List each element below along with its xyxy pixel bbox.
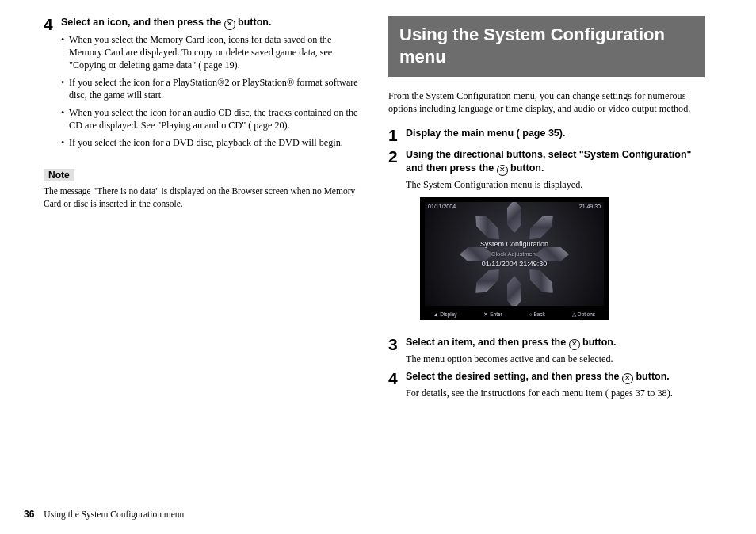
step-body: Display the main menu ( page 35). <box>406 127 705 143</box>
screenshot-center-text: System Configuration Clock Adjustment 01… <box>480 239 548 269</box>
config-menu-screenshot: 01/11/2004 21:49:30 System Configuration <box>420 197 609 320</box>
step-body: Using the directional buttons, select "S… <box>406 148 705 331</box>
hint-back-label: Back <box>533 311 544 317</box>
x-button-icon: ✕ <box>224 19 235 30</box>
bullet-list: When you select the Memory Card icon, ic… <box>61 33 365 150</box>
right-step-4: 4 Select the desired setting, and then p… <box>388 370 705 399</box>
left-column: 4 Select an icon, and then press the ✕ b… <box>44 16 365 483</box>
note-label: Note <box>44 169 74 181</box>
step-desc: The menu option becomes active and can b… <box>406 353 705 365</box>
right-step-3: 3 Select an item, and then press the ✕ b… <box>388 336 705 365</box>
note-block: Note The message "There is no data" is d… <box>44 158 365 210</box>
bullet-item: When you select the Memory Card icon, ic… <box>61 33 365 72</box>
bullet-item: If you select the icon for a DVD disc, p… <box>61 136 365 149</box>
screenshot-inner: 01/11/2004 21:49:30 System Configuration <box>425 202 604 306</box>
screenshot-hints: ▲ Display ✕ Enter ○ Back △ Options <box>420 311 609 318</box>
left-step-4: 4 Select an icon, and then press the ✕ b… <box>44 16 365 153</box>
right-step-2: 2 Using the directional buttons, select … <box>388 148 705 331</box>
step-number: 4 <box>388 370 406 399</box>
bullet-item: When you select the icon for an audio CD… <box>61 106 365 132</box>
hint-options: △ Options <box>572 311 595 318</box>
step-title: Select an icon, and then press the ✕ but… <box>61 16 365 30</box>
step-number: 1 <box>388 127 406 143</box>
title-text-a: Select the desired setting, and then pre… <box>406 371 622 382</box>
note-text: The message "There is no data" is displa… <box>44 185 365 210</box>
right-column: Using the System Configuration menu From… <box>388 16 705 483</box>
section-intro: From the System Configuration menu, you … <box>388 90 705 116</box>
title-text-b: button. <box>235 17 272 28</box>
step-title: Display the main menu ( page 35). <box>406 127 705 141</box>
step-title: Using the directional buttons, select "S… <box>406 148 705 176</box>
title-text-a: Select an item, and then press the <box>406 337 569 348</box>
x-button-icon: ✕ <box>497 165 508 176</box>
step-body: Select the desired setting, and then pre… <box>406 370 705 399</box>
step-number: 3 <box>388 336 406 365</box>
title-text: Display the main menu ( page 35). <box>406 128 565 139</box>
hint-back: ○ Back <box>529 311 545 318</box>
title-text-b: button. <box>633 371 670 382</box>
step-number: 4 <box>44 16 61 153</box>
page-content: 4 Select an icon, and then press the ✕ b… <box>0 0 756 491</box>
bullet-item: If you select the icon for a PlayStation… <box>61 76 365 102</box>
hint-display: ▲ Display <box>433 311 457 318</box>
title-text-a: Using the directional buttons, select "S… <box>406 149 692 174</box>
screenshot-time: 21:49:30 <box>579 204 601 209</box>
screenshot-title: System Configuration <box>480 239 548 250</box>
step-body: Select an item, and then press the ✕ but… <box>406 336 705 365</box>
page-number: 36 <box>24 509 34 520</box>
section-header: Using the System Configuration menu <box>388 16 705 77</box>
title-text-b: button. <box>508 162 544 174</box>
step-number: 2 <box>388 148 406 331</box>
hint-display-label: Display <box>440 311 456 317</box>
x-button-icon: ✕ <box>622 373 633 384</box>
screenshot-value: 01/11/2004 21:49:30 <box>480 259 548 270</box>
hint-options-label: Options <box>578 311 595 317</box>
step-title: Select the desired setting, and then pre… <box>406 370 705 384</box>
step-desc: For details, see the instructions for ea… <box>406 387 705 399</box>
step-body: Select an icon, and then press the ✕ but… <box>61 16 365 153</box>
hint-enter-label: Enter <box>490 311 502 317</box>
x-button-icon: ✕ <box>569 339 580 350</box>
page-footer: 36Using the System Configuration menu <box>24 509 184 520</box>
step-desc: The System Configuration menu is display… <box>406 178 705 191</box>
footer-title: Using the System Configuration menu <box>44 509 184 519</box>
screenshot-item: Clock Adjustment <box>480 250 548 258</box>
crystal-icon <box>507 202 521 233</box>
right-step-1: 1 Display the main menu ( page 35). <box>388 127 705 143</box>
step-title: Select an item, and then press the ✕ but… <box>406 336 705 350</box>
crystal-icon <box>507 276 521 307</box>
title-text-b: button. <box>580 337 617 348</box>
screenshot-date: 01/11/2004 <box>428 204 456 209</box>
title-text-a: Select an icon, and then press the <box>61 17 224 28</box>
hint-enter: ✕ Enter <box>483 311 502 318</box>
